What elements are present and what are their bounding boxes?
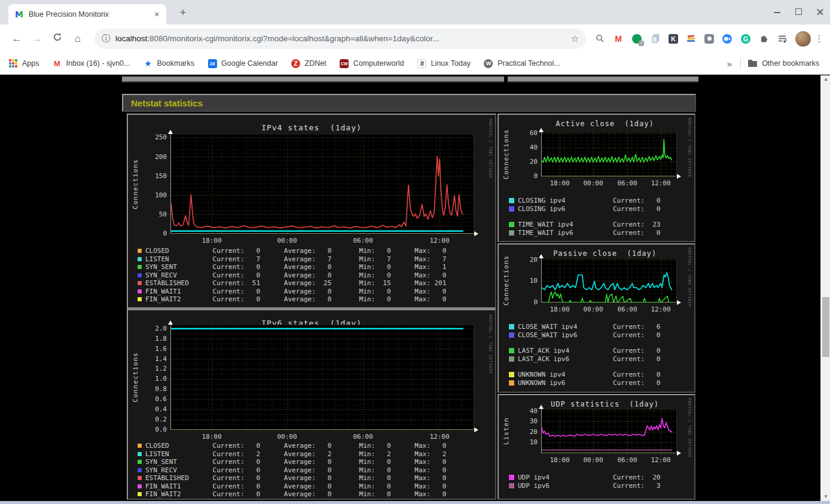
bookmark-computerworld[interactable]: CW Computerworld (340, 59, 404, 68)
bookmark-bookmarks[interactable]: ★ Bookmarks (144, 59, 195, 68)
home-button[interactable]: ⌂ (69, 30, 86, 47)
voice-badge: ? (639, 41, 644, 46)
url-path: :8080/monitorix-cgi/monitorix.cgi?mode=l… (147, 34, 439, 43)
graph-ylabel: Connections (502, 255, 510, 306)
legend-row: CLOSING ipv4 Current: 0 (499, 197, 694, 205)
y-tick-label: 1.4 (141, 356, 167, 363)
new-tab-button[interactable]: + (176, 5, 190, 20)
bookmark-label: ZDNet (305, 59, 326, 68)
legend-swatch (137, 484, 142, 489)
browser-tab[interactable]: M Blue Precision Monitorix × (8, 4, 166, 25)
extensions-puzzle-icon[interactable] (759, 33, 770, 44)
grammarly-extension-icon[interactable]: G (740, 33, 751, 44)
browser-window: M Blue Precision Monitorix × + ← → ⌂ ⓘ l… (0, 0, 830, 504)
bookmark-inbox[interactable]: M Inbox (16) - sjvn0... (53, 59, 130, 68)
scroll-up-icon[interactable]: ▲ (821, 75, 830, 84)
x-tick-label: 00:00 (271, 237, 303, 245)
rrdtool-watermark: RRDTOOL / TOBI OETIKER (687, 118, 692, 177)
tab-strip: M Blue Precision Monitorix × + (0, 0, 830, 25)
profile-avatar[interactable] (795, 31, 811, 47)
maximize-button[interactable] (795, 8, 802, 16)
y-tick-label: 0 (141, 230, 167, 237)
x-tick-label: 12:00 (645, 179, 676, 187)
legend-text: SYN_SENT Current: 0 Average: 0 Min: 0 Ma… (145, 458, 446, 466)
legend-text: UNKNOWN ipv6 Current: 0 (518, 379, 660, 387)
bookmark-apps[interactable]: Apps (8, 59, 39, 68)
graph-active-close[interactable]: Active close (1day)ConnectionsRRDTOOL / … (499, 115, 694, 241)
minimize-button[interactable] (774, 8, 781, 16)
netstat-states-panel: IPv4 states (1day)ConnectionsRRDTOOL / T… (127, 114, 496, 500)
url-host: localhost (115, 34, 147, 43)
zoom-extension-icon[interactable] (722, 33, 733, 44)
x-tick-label: 00:00 (578, 306, 609, 313)
scrollbar-thumb[interactable] (822, 297, 829, 357)
site-info-icon[interactable]: ⓘ (102, 33, 110, 44)
rrdtool-watermark: RRDTOOL / TOBI OETIKER (488, 119, 493, 178)
reload-button[interactable] (49, 30, 66, 47)
search-extension-icon[interactable] (594, 33, 605, 44)
close-button[interactable] (817, 8, 824, 16)
y-tick-label: 1.6 (141, 346, 167, 353)
y-tick-label: 2.0 (141, 325, 167, 332)
graph-udp-statistics[interactable]: UDP statistics (1day)ListenRRDTOOL / TOB… (499, 395, 694, 499)
scroll-down-icon[interactable]: ▼ (821, 493, 830, 501)
legend-text: CLOSE_WAIT ipv4 Current: 6 (518, 323, 660, 331)
copy-extension-icon[interactable] (650, 33, 661, 44)
y-tick-label: 30 (511, 418, 538, 425)
url-text: localhost:8080/monitorix-cgi/monitorix.c… (115, 34, 566, 43)
legend-text: UNKNOWN ipv4 Current: 0 (518, 371, 660, 379)
star-icon: ★ (144, 59, 153, 68)
y-tick-label: 0.2 (141, 416, 167, 423)
rrdtool-watermark: RRDTOOL / TOBI OETIKER (488, 314, 493, 374)
keeper-extension-icon[interactable]: K (669, 34, 678, 44)
udp-statistics-panel: UDP statistics (1day)ListenRRDTOOL / TOB… (498, 394, 695, 500)
tab-close-icon[interactable]: × (152, 10, 161, 19)
y-tick-label: 1.8 (141, 335, 167, 343)
legend-row: UDP ipv6 Current: 3 (499, 482, 694, 490)
legend-swatch (137, 256, 142, 262)
page-scrollbar[interactable]: ▲ ▼ (820, 75, 830, 501)
y-tick-label: 250 (141, 134, 167, 141)
x-tick-label: 06:00 (612, 456, 643, 464)
gmail-extension-icon[interactable]: M (613, 33, 624, 44)
back-button[interactable]: ← (8, 30, 25, 47)
browser-menu-icon[interactable]: ⋮ (814, 31, 824, 47)
other-bookmarks[interactable]: Other bookmarks (748, 59, 819, 68)
legend-swatch (508, 221, 515, 228)
x-tick-label: 18:00 (196, 237, 227, 245)
omnibox[interactable]: ⓘ localhost:8080/monitorix-cgi/monitorix… (94, 29, 586, 49)
legend-text: UDP ipv6 Current: 3 (518, 482, 660, 490)
legend-row: FIN_WAIT1 Current: 0 Average: 0 Min: 0 M… (129, 288, 495, 296)
gmail-icon: M (53, 59, 62, 68)
graph-ipv4-states[interactable]: IPv4 states (1day)ConnectionsRRDTOOL / T… (129, 116, 495, 306)
x-tick-label: 18:00 (196, 433, 227, 441)
plot-area (541, 132, 676, 176)
legend-row: FIN_WAIT2 Current: 0 Average: 0 Min: 0 M… (129, 490, 495, 499)
bookmarks-overflow-chevron[interactable]: » (727, 59, 732, 69)
forward-button[interactable]: → (29, 30, 45, 47)
plot-area (541, 409, 676, 453)
x-axis-arrow-icon (677, 174, 681, 179)
legend-text: CLOSED Current: 0 Average: 0 Min: 0 Max:… (145, 247, 446, 255)
voice-extension-icon[interactable]: ? (631, 33, 642, 44)
bookmark-linux-today[interactable]: lt Linux Today (417, 59, 471, 68)
wordpress-icon: W (484, 59, 493, 68)
y-tick-label: 0.4 (141, 406, 167, 413)
x-tick-label: 06:00 (612, 179, 643, 187)
graph-passive-close[interactable]: Passive close (1day)ConnectionsRRDTOOL /… (499, 245, 694, 392)
pocket-extension-icon[interactable] (704, 34, 714, 44)
series-LAST_ACK-ipv4 (542, 292, 672, 303)
graph-legend: CLOSED Current: 0 Average: 0 Min: 0 Max:… (129, 247, 495, 304)
legend-row: LAST_ACK ipv4 Current: 0 (499, 347, 694, 355)
playlist-extension-icon[interactable] (777, 33, 788, 44)
legend-row: LISTEN Current: 7 Average: 7 Min: 7 Max:… (129, 255, 495, 264)
bookmark-zdnet[interactable]: Z ZDNet (291, 59, 326, 68)
books-extension-icon[interactable] (686, 33, 697, 44)
bookmark-google-calendar[interactable]: 28 Google Calendar (208, 59, 278, 68)
legend-swatch (137, 468, 142, 473)
graph-ylabel: Connections (502, 129, 510, 179)
graph-ipv6-states[interactable]: IPv6 states (1day)ConnectionsRRDTOOL / T… (129, 311, 495, 499)
bookmark-star-icon[interactable]: ☆ (571, 33, 579, 44)
bookmark-practical-technology[interactable]: W Practical Technol... (484, 59, 560, 68)
x-axis-arrow-icon (474, 231, 478, 236)
